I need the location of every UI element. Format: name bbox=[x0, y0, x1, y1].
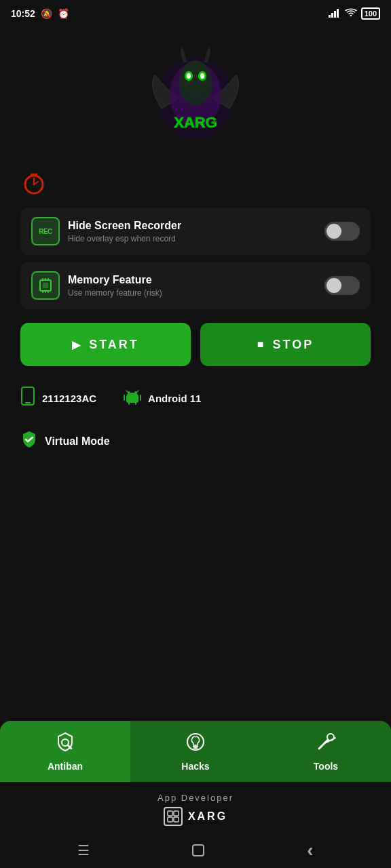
hide-screen-recorder-card: REC Hide Screen Recorder Hide overlay es… bbox=[20, 208, 371, 255]
memory-icon bbox=[31, 271, 60, 300]
logo-area: XARG XARG bbox=[0, 27, 391, 170]
spacer bbox=[0, 591, 391, 722]
phone-icon bbox=[20, 387, 35, 410]
tab-hacks[interactable]: Hacks bbox=[130, 721, 261, 782]
wifi-icon bbox=[345, 8, 357, 20]
status-time: 10:52 bbox=[11, 8, 35, 19]
signal-icon bbox=[329, 8, 341, 20]
tab-bar: Antiban Hacks Tools bbox=[0, 721, 391, 782]
virtual-mode-row: Virtual Mode bbox=[20, 423, 371, 460]
developer-label: App Developer bbox=[157, 793, 234, 803]
tab-antiban[interactable]: Antiban bbox=[0, 721, 130, 782]
svg-rect-46 bbox=[174, 817, 179, 822]
rec-icon: REC bbox=[31, 217, 60, 245]
tools-icon bbox=[316, 732, 336, 757]
brand-name: XARG bbox=[188, 810, 227, 823]
logo-container: XARG XARG bbox=[141, 41, 250, 149]
play-icon: ▶ bbox=[72, 338, 82, 351]
memory-feature-subtitle: Use memory feature (risk) bbox=[68, 288, 162, 298]
stop-button[interactable]: ■ STOP bbox=[200, 323, 371, 366]
menu-button[interactable]: ☰ bbox=[77, 842, 90, 859]
status-right: 100 bbox=[329, 7, 380, 20]
stop-label: STOP bbox=[272, 338, 314, 352]
device-id-item: 2112123AC bbox=[20, 387, 96, 410]
svg-rect-45 bbox=[168, 817, 172, 822]
status-bar: 10:52 🔕 ⏰ 100 bbox=[0, 0, 391, 27]
alarm-icon: ⏰ bbox=[58, 8, 69, 19]
stop-icon: ■ bbox=[257, 338, 266, 351]
hacks-label: Hacks bbox=[181, 761, 209, 772]
android-version-value: Android 11 bbox=[148, 393, 201, 404]
start-button[interactable]: ▶ START bbox=[20, 323, 191, 366]
memory-feature-title: Memory Feature bbox=[68, 274, 162, 286]
memory-feature-toggle[interactable] bbox=[324, 276, 360, 295]
nav-bar: ☰ ‹ bbox=[0, 833, 391, 868]
hide-screen-recorder-toggle[interactable] bbox=[324, 222, 360, 241]
hide-screen-recorder-subtitle: Hide overlay esp when record bbox=[68, 234, 181, 243]
tab-tools[interactable]: Tools bbox=[261, 721, 391, 782]
start-label: START bbox=[89, 338, 139, 352]
developer-footer: App Developer XARG bbox=[0, 782, 391, 833]
svg-rect-0 bbox=[329, 15, 331, 18]
svg-rect-3 bbox=[337, 9, 339, 18]
hacks-icon bbox=[185, 732, 206, 757]
svg-text:XARG: XARG bbox=[174, 114, 217, 131]
tools-label: Tools bbox=[314, 761, 338, 772]
svg-point-10 bbox=[187, 73, 191, 79]
memory-feature-card: Memory Feature Use memory feature (risk) bbox=[20, 262, 371, 309]
memory-feature-text: Memory Feature Use memory feature (risk) bbox=[68, 274, 162, 298]
brand-icon bbox=[164, 807, 183, 826]
main-content: REC Hide Screen Recorder Hide overlay es… bbox=[0, 170, 391, 591]
hide-screen-recorder-title: Hide Screen Recorder bbox=[68, 220, 181, 232]
svg-rect-1 bbox=[331, 13, 333, 18]
svg-point-11 bbox=[200, 73, 204, 79]
antiban-icon bbox=[55, 732, 75, 757]
hide-screen-recorder-text: Hide Screen Recorder Hide overlay esp wh… bbox=[68, 220, 181, 243]
feature-left-memory: Memory Feature Use memory feature (risk) bbox=[31, 271, 162, 300]
android-icon bbox=[124, 387, 141, 409]
shield-check-icon bbox=[20, 430, 38, 453]
svg-rect-20 bbox=[43, 283, 48, 288]
status-left: 10:52 🔕 ⏰ bbox=[11, 8, 69, 19]
timer-icon bbox=[20, 170, 48, 197]
feature-left: REC Hide Screen Recorder Hide overlay es… bbox=[31, 217, 181, 245]
buttons-row: ▶ START ■ STOP bbox=[20, 323, 371, 366]
mute-icon: 🔕 bbox=[41, 8, 52, 19]
svg-rect-44 bbox=[174, 811, 179, 816]
antiban-label: Antiban bbox=[48, 761, 83, 772]
svg-rect-43 bbox=[168, 811, 172, 816]
svg-line-40 bbox=[319, 740, 328, 749]
android-version-item: Android 11 bbox=[124, 387, 201, 409]
device-id-value: 2112123AC bbox=[42, 393, 96, 404]
timer-section bbox=[20, 170, 371, 197]
developer-brand: XARG bbox=[164, 807, 227, 826]
back-button[interactable]: ‹ bbox=[307, 840, 313, 861]
battery-icon: 100 bbox=[361, 7, 380, 20]
svg-rect-47 bbox=[193, 845, 204, 856]
home-button[interactable] bbox=[191, 843, 206, 858]
info-row: 2112123AC Android 11 bbox=[20, 380, 371, 416]
virtual-mode-label: Virtual Mode bbox=[45, 435, 110, 448]
xarg-logo: XARG XARG bbox=[141, 41, 250, 149]
svg-rect-2 bbox=[334, 11, 336, 18]
